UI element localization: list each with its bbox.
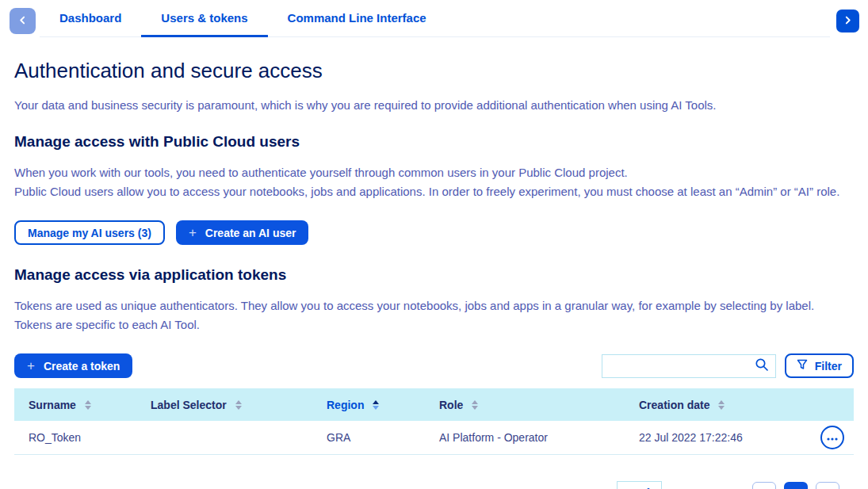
- ellipsis-icon: [827, 431, 838, 443]
- main-content: Authentication and secure access Your da…: [0, 59, 868, 489]
- users-description-line2: Public Cloud users allow you to access y…: [14, 182, 854, 201]
- column-header-label-selector: Label Selector: [136, 388, 312, 421]
- users-description-line1: When you work with our tools, you need t…: [14, 163, 854, 182]
- filter-label: Filter: [815, 360, 842, 372]
- column-header-role: Role: [425, 388, 625, 421]
- sort-icon: [85, 400, 91, 410]
- page-1-button[interactable]: 1: [784, 482, 808, 489]
- tabs-scroll-right-button[interactable]: [836, 10, 859, 32]
- column-label: Role: [439, 399, 463, 411]
- column-label: Creation date: [639, 399, 709, 411]
- plus-icon: +: [27, 359, 35, 372]
- search-icon[interactable]: [755, 357, 769, 375]
- tokens-table: Surname Label Selector Region: [14, 388, 854, 455]
- sort-label-selector[interactable]: Label Selector: [151, 399, 242, 411]
- tab-command-line-interface[interactable]: Command Line Interface: [268, 0, 446, 37]
- sort-icon: [718, 400, 725, 410]
- tokens-section-heading: Manage access via application tokens: [14, 266, 854, 284]
- page-intro: Your data and business security is param…: [14, 98, 854, 112]
- cell-actions: [806, 421, 854, 454]
- tokens-section-description: Tokens are used as unique authenticators…: [14, 296, 854, 334]
- token-search-box: [602, 354, 776, 378]
- page-title: Authentication and secure access: [14, 59, 854, 83]
- table-header-row: Surname Label Selector Region: [14, 388, 854, 421]
- previous-page-button[interactable]: [752, 482, 776, 489]
- sort-icon: [235, 400, 242, 410]
- next-page-button[interactable]: [816, 482, 839, 489]
- plus-icon: +: [189, 226, 197, 239]
- cell-label-selector: [136, 421, 312, 454]
- users-section-heading: Manage access with Public Cloud users: [14, 133, 854, 151]
- chevron-left-icon: [18, 15, 27, 27]
- pager-buttons: 1: [752, 482, 839, 489]
- filter-button[interactable]: Filter: [785, 353, 854, 378]
- create-ai-user-button[interactable]: + Create an AI user: [176, 220, 309, 245]
- cell-creation-date: 22 Jul 2022 17:22:46: [625, 421, 806, 454]
- column-label: Surname: [29, 399, 76, 411]
- users-section-description: When you work with our tools, you need t…: [14, 163, 854, 201]
- tab-users-and-tokens[interactable]: Users & tokens: [141, 0, 267, 37]
- page-size-select[interactable]: 10: [617, 481, 662, 489]
- tokens-toolbar: + Create a token Filter: [14, 353, 854, 378]
- tab-list: Dashboard Users & tokens Command Line In…: [40, 0, 830, 37]
- create-token-button[interactable]: + Create a token: [14, 353, 132, 378]
- sort-region[interactable]: Region: [327, 399, 379, 411]
- create-token-label: Create a token: [44, 360, 120, 372]
- tab-dashboard[interactable]: Dashboard: [40, 0, 141, 37]
- pagination: 10 of 1 results 1: [14, 481, 854, 489]
- sort-icon: [472, 400, 478, 410]
- funnel-icon: [797, 359, 808, 372]
- column-header-surname: Surname: [14, 388, 136, 421]
- sort-creation-date[interactable]: Creation date: [639, 399, 725, 411]
- cell-region: GRA: [312, 421, 425, 454]
- column-header-actions: [806, 388, 854, 421]
- sort-surname[interactable]: Surname: [29, 399, 91, 411]
- column-header-region: Region: [312, 388, 425, 421]
- table-row: RO_Token GRA AI Platform - Operator 22 J…: [14, 421, 854, 454]
- column-header-creation-date: Creation date: [625, 388, 806, 421]
- tabs-scroll-left-button[interactable]: [10, 8, 36, 34]
- column-label: Region: [327, 399, 364, 411]
- column-label: Label Selector: [151, 399, 227, 411]
- tokens-description-line1: Tokens are used as unique authenticators…: [14, 296, 854, 315]
- manage-ai-users-button[interactable]: Manage my AI users (3): [14, 220, 165, 245]
- cell-role: AI Platform - Operator: [425, 421, 625, 454]
- sort-role[interactable]: Role: [439, 399, 478, 411]
- token-search-input[interactable]: [610, 360, 755, 372]
- chevron-right-icon: [843, 15, 852, 27]
- cell-surname: RO_Token: [14, 421, 136, 454]
- sort-icon: [373, 400, 379, 410]
- row-actions-button[interactable]: [820, 426, 844, 449]
- users-actions-row: Manage my AI users (3) + Create an AI us…: [14, 220, 854, 245]
- tokens-description-line2: Tokens are specific to each AI Tool.: [14, 315, 854, 334]
- create-ai-user-label: Create an AI user: [205, 227, 296, 239]
- tab-bar: Dashboard Users & tokens Command Line In…: [0, 0, 868, 38]
